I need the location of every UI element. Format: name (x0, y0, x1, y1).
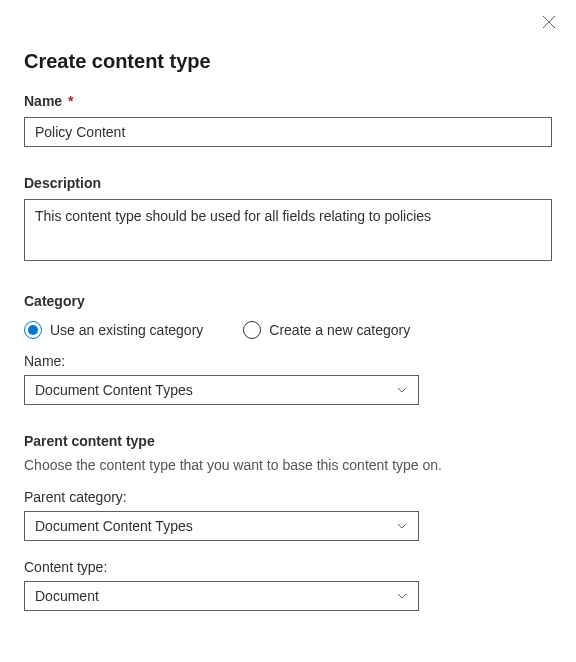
parent-category-label: Parent category: (24, 489, 552, 505)
name-label-text: Name (24, 93, 62, 109)
name-input[interactable] (24, 117, 552, 147)
description-label: Description (24, 175, 552, 191)
category-name-dropdown[interactable]: Document Content Types (24, 375, 419, 405)
parent-label: Parent content type (24, 433, 552, 449)
chevron-down-icon (396, 590, 408, 602)
close-button[interactable] (540, 14, 558, 32)
radio-existing-label: Use an existing category (50, 322, 203, 338)
category-label: Category (24, 293, 552, 309)
category-radio-group: Use an existing category Create a new ca… (24, 317, 552, 339)
content-type-subsection: Content type: Document (24, 559, 552, 611)
dialog-title: Create content type (24, 50, 552, 73)
description-input[interactable] (24, 199, 552, 261)
name-label: Name * (24, 93, 552, 109)
content-type-dropdown[interactable]: Document (24, 581, 419, 611)
radio-existing-category[interactable]: Use an existing category (24, 321, 203, 339)
parent-category-dropdown[interactable]: Document Content Types (24, 511, 419, 541)
name-section: Name * (24, 93, 552, 147)
radio-circle-icon (24, 321, 42, 339)
chevron-down-icon (396, 384, 408, 396)
parent-section: Parent content type Choose the content t… (24, 433, 552, 611)
category-section: Category Use an existing category Create… (24, 293, 552, 405)
close-icon (542, 15, 556, 29)
content-type-label: Content type: (24, 559, 552, 575)
parent-category-subsection: Parent category: Document Content Types (24, 489, 552, 541)
radio-new-label: Create a new category (269, 322, 410, 338)
category-name-value: Document Content Types (35, 382, 193, 398)
radio-dot-icon (28, 325, 38, 335)
parent-category-value: Document Content Types (35, 518, 193, 534)
chevron-down-icon (396, 520, 408, 532)
content-type-value: Document (35, 588, 99, 604)
radio-circle-icon (243, 321, 261, 339)
description-section: Description (24, 175, 552, 265)
parent-helper-text: Choose the content type that you want to… (24, 457, 552, 473)
category-name-label: Name: (24, 353, 552, 369)
required-asterisk: * (68, 93, 73, 109)
radio-new-category[interactable]: Create a new category (243, 321, 410, 339)
